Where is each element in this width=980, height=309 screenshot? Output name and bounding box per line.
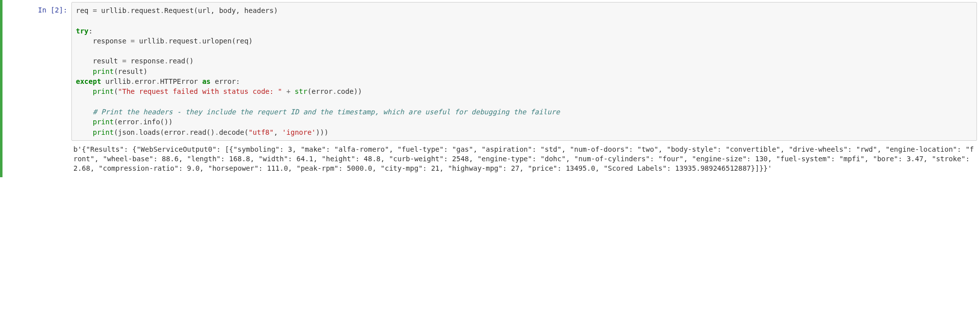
code-input-area[interactable]: req = urllib.request.Request(url, body, … [71,2,977,141]
cell-prompt: In [2]: [2,2,71,175]
cell-output: b'{"Results": {"WebServiceOutput0": [{"s… [71,141,977,175]
code-cell: In [2]: req = urllib.request.Request(url… [0,0,980,177]
code-content: req = urllib.request.Request(url, body, … [76,5,973,137]
cell-body: req = urllib.request.Request(url, body, … [71,2,977,175]
